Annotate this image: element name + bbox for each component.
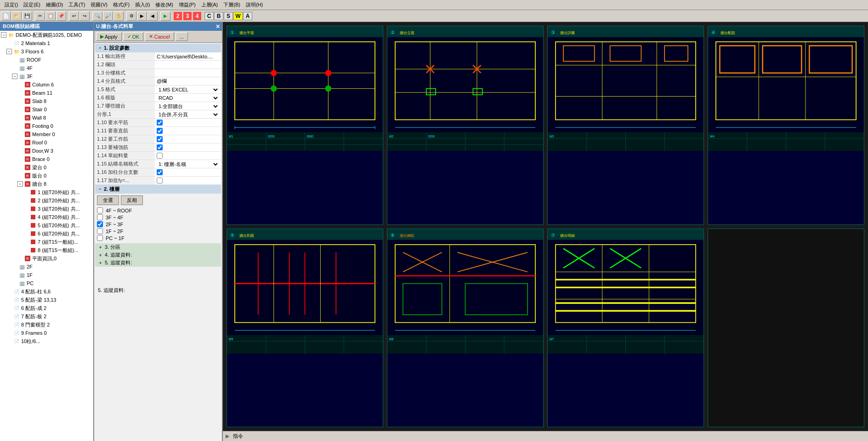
tb-num-2[interactable]: 2 [174,12,182,20]
floor-2f-3f-checkbox[interactable] [97,221,103,227]
tree-node-demo[interactable]: −📁DEMO-配置鋼筋1025, DEMO [0,31,93,39]
template-select[interactable]: RCAD [157,95,219,101]
tab-c[interactable]: C [204,12,214,20]
add-col-checkbox[interactable] [157,169,163,175]
field-value[interactable] [155,61,221,69]
tb-paste[interactable]: 📌 [56,11,66,21]
field-value[interactable]: 1: 樓層-名稱 [155,160,221,168]
tree-node-pingmian[interactable]: R平面資訊,0 [0,254,93,263]
single-qty-checkbox[interactable] [157,153,163,159]
floor-4f-roof-checkbox[interactable] [97,207,103,213]
field-value[interactable]: 1.全部牆台 [155,102,221,110]
field-value[interactable] [155,77,221,86]
menu-draw[interactable]: 繪圖(D) [43,1,66,8]
tree-expand-btn[interactable]: − [17,181,23,187]
tree-node-p8[interactable]: 8 (組T15一般組)... [0,246,93,254]
section-param5-header[interactable]: ＋ 5. 追蹤資料: [95,259,221,267]
tree-node-beam[interactable]: RBeam 11 [0,89,93,97]
apply-button[interactable]: ▶ Apply [96,32,122,41]
split-select[interactable]: 1合併,不分頁 [157,111,219,118]
struct-name-select[interactable]: 1: 樓層-名稱 [157,161,219,167]
tree-container[interactable]: −📁DEMO-配置鋼筋1025, DEMO📄2 Materials 1−📁3 F… [0,31,93,441]
reinforce-checkbox[interactable] [157,144,163,150]
field-value[interactable] [155,168,221,177]
horizontal-checkbox[interactable] [157,120,163,126]
tree-node-bantai[interactable]: R版台 0 [0,172,93,180]
menu-edit[interactable]: 設定(E) [21,1,43,8]
tree-node-cfg10[interactable]: 📄10柱/6... [0,337,93,345]
field-value[interactable] [155,127,221,135]
tb-zoom-in[interactable]: 🔍 [92,11,102,21]
tree-node-cfg6[interactable]: 📄6 配筋-成 2 [0,304,93,312]
tree-node-brace[interactable]: RBrace 0 [0,155,93,163]
tree-node-p1[interactable]: 1 (組T20外組) 共... [0,188,93,196]
tb-new[interactable]: 📄 [1,11,11,21]
tree-node-footing[interactable]: RFooting 0 [0,122,93,130]
tab-w[interactable]: W [233,12,243,20]
menu-format[interactable]: 格式(F) [110,1,132,8]
vertical-checkbox[interactable] [157,128,163,134]
menu-lower[interactable]: 下層(B) [221,1,243,8]
field-value[interactable] [155,119,221,127]
tree-expand-btn[interactable]: − [6,49,12,54]
floor-1f-2f-checkbox[interactable] [97,228,103,234]
tree-node-p6[interactable]: 6 (組T20外組) 共... [0,229,93,238]
floor-pc-1f-checkbox[interactable] [97,235,103,241]
output-path-input[interactable] [157,54,219,59]
field-value[interactable] [155,135,221,143]
field-value[interactable] [155,52,221,61]
tree-node-2f[interactable]: 🏢2F [0,263,93,271]
menu-view[interactable]: 視圖(V) [88,1,110,8]
tree-node-cfg4[interactable]: 📄4 配筋-柱 6,6 [0,287,93,296]
extra-button[interactable]: ... [176,32,188,41]
tb-save[interactable]: 💾 [22,11,32,21]
section-settings-header[interactable]: － 1. 設定參數 [95,44,221,52]
tab-s[interactable]: S [224,12,233,20]
tree-node-cfg5[interactable]: 📄5 配筋-梁 13,13 [0,296,93,304]
field-value[interactable] [155,152,221,160]
menu-upper[interactable]: 上層(A) [199,1,221,8]
field-value[interactable] [155,177,221,185]
field-value[interactable]: 1合併,不分頁 [155,110,221,119]
tree-node-pc[interactable]: 🏢PC [0,279,93,287]
field-value[interactable]: 1.MS EXCEL [155,86,221,94]
add-batch-checkbox[interactable] [157,178,163,183]
tb-settings[interactable]: ⚙ [126,11,136,21]
tree-node-col[interactable]: RColumn 6 [0,80,93,89]
tb-cut[interactable]: ✂ [35,11,45,21]
tree-expand-btn[interactable]: − [12,74,17,79]
section-param4-header[interactable]: ＋ 4. 追蹤資料: [95,251,221,259]
menu-modify[interactable]: 修改(M) [153,1,176,8]
tree-node-4f[interactable]: 🏢4F [0,64,93,72]
tree-node-p3[interactable]: 3 (組T20外組) 共... [0,205,93,213]
tab-b[interactable]: B [214,12,223,20]
tree-expand-btn[interactable]: − [1,32,6,38]
tree-node-cfg9[interactable]: 📄9 Frames 0 [0,329,93,337]
tree-node-p7[interactable]: 7 (組T15一般組)... [0,238,93,246]
format-select[interactable]: 1.MS EXCEL [157,86,219,93]
tree-node-1f[interactable]: 🏢1F [0,271,93,279]
menu-plus[interactable]: 增益(P) [176,1,199,8]
menu-tools[interactable]: 工具(T) [66,1,88,8]
tree-node-p4[interactable]: 4 (組T20外組) 共... [0,213,93,221]
floor-3f-4f-checkbox[interactable] [97,214,103,220]
cancel-button[interactable]: ✕ Cancel [145,32,174,41]
tb-extra2[interactable]: ◀ [148,11,158,21]
tb-num-3[interactable]: 3 [183,12,192,20]
tree-node-wall[interactable]: RWall 8 [0,114,93,122]
wall-select[interactable]: 1.全部牆台 [157,103,219,109]
tree-node-stair[interactable]: RStair 0 [0,105,93,114]
tb-pan[interactable]: ✋ [113,11,124,21]
tree-node-3f[interactable]: −🏢3F [0,72,93,80]
tree-node-floors[interactable]: −📁3 Floors 6 [0,47,93,56]
menu-settings[interactable]: 設定() [2,1,21,8]
tree-node-doorw[interactable]: RDoor,W 3 [0,147,93,155]
tb-redo[interactable]: ↪ [79,11,90,21]
mid-panel-close-button[interactable]: ✕ [216,23,220,30]
tree-node-cfg7[interactable]: 📄7 配筋-板 2 [0,312,93,321]
tree-node-pentai[interactable]: −R牆台 8 [0,180,93,188]
tree-node-roof[interactable]: 🏢ROOF [0,56,93,64]
tree-node-roof0[interactable]: RRoof 0 [0,138,93,147]
tree-node-mat[interactable]: 📄2 Materials 1 [0,39,93,47]
select-all-button[interactable]: 全選 [97,195,119,205]
